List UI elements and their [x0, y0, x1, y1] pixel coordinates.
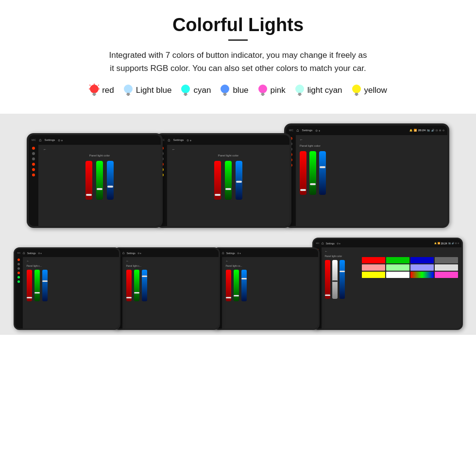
colors-row: red Light blue cyan [29, 84, 447, 97]
settings-label-7: Settings [326, 242, 335, 245]
svg-point-29 [352, 85, 361, 93]
lightblue-bulb-icon [123, 84, 134, 97]
screens-container: MIC ⌂ Settings ⚙ ♦ [0, 114, 476, 335]
svg-point-17 [221, 85, 229, 93]
svg-line-6 [98, 85, 99, 86]
panel-title-5: Panel light c... [126, 264, 215, 267]
lightcyan-bulb-icon [294, 84, 305, 97]
panel-title-6: Panel light co... [226, 264, 314, 267]
color-label-red: red [102, 86, 114, 95]
color-item-pink: pink [257, 84, 286, 97]
screen-6: MIC ⌂ Settings ⚙ ♦ [213, 247, 320, 330]
pink-bulb-icon [257, 84, 268, 97]
svg-rect-3 [93, 95, 95, 96]
color-item-lightblue: Light blue [123, 84, 172, 97]
panel-title-1: Panel light color [43, 154, 156, 157]
screen-5: MIC ⌂ Settings ⚙ ♦ [113, 247, 220, 330]
subtitle-text: Integrated with 7 colors of button indic… [29, 49, 447, 75]
color-item-red: red [89, 84, 114, 97]
svg-rect-20 [224, 95, 226, 96]
bottom-row-screens: MIC ⌂ Settings ⚙ ♦ [10, 238, 466, 330]
settings-label-3: Settings [302, 129, 313, 132]
svg-rect-24 [262, 95, 264, 96]
color-label-blue: blue [233, 86, 248, 95]
yellow-bulb-icon [351, 84, 362, 97]
color-label-lightblue: Light blue [136, 86, 172, 95]
panel-title-4: Panel light c... [27, 264, 115, 267]
color-label-cyan: cyan [193, 86, 211, 95]
settings-label-5: Settings [127, 252, 136, 255]
page-title: Colorful Lights [29, 15, 447, 35]
screen-4: MIC ⌂ Settings ⚙ ♦ [14, 247, 120, 330]
blue-bulb-icon [220, 84, 230, 97]
svg-rect-32 [356, 95, 357, 96]
svg-point-21 [258, 85, 267, 93]
settings-label-1: Settings [45, 138, 55, 141]
svg-point-25 [295, 85, 304, 93]
cyan-bulb-icon [180, 84, 191, 97]
svg-rect-16 [185, 95, 187, 96]
screen-2: MIC ⌂ Settings ⚙ ♦ [155, 133, 291, 228]
color-label-yellow: yellow [364, 86, 387, 95]
panel-title-7: Panel light color [325, 255, 359, 258]
color-label-lightcyan: light cyan [307, 86, 342, 95]
top-row-screens: MIC ⌂ Settings ⚙ ♦ [10, 123, 466, 228]
color-item-blue: blue [220, 84, 248, 97]
color-label-pink: pink [271, 86, 286, 95]
settings-label-4: Settings [27, 252, 36, 255]
settings-label-2: Settings [173, 138, 184, 141]
header-section: Colorful Lights Integrated with 7 colors… [0, 0, 476, 114]
svg-rect-12 [127, 95, 129, 96]
svg-point-0 [90, 85, 99, 93]
title-divider [228, 39, 248, 41]
screen-7: MIC ⌂ Settings ⚙ ♦ 🔔 📶 20:24 📷 🔊 ⊡ ⊙ [312, 238, 463, 330]
color-item-cyan: cyan [180, 84, 211, 97]
svg-point-13 [181, 85, 190, 93]
screen-3: MIC ⌂ Settings ⚙ ♦ 🔔 📶 20:24 📷 🔊 ⊡ ⊟ [284, 123, 449, 228]
settings-label-6: Settings [226, 252, 235, 255]
panel-title-3: Panel light color [300, 144, 437, 147]
svg-line-5 [90, 85, 91, 86]
red-bulb-icon [89, 84, 100, 97]
back-1: ← [43, 148, 156, 151]
color-item-yellow: yellow [351, 84, 387, 97]
color-item-lightcyan: light cyan [294, 84, 342, 97]
svg-rect-28 [299, 95, 301, 96]
svg-point-9 [124, 85, 133, 93]
panel-title-2: Panel light color [172, 154, 285, 157]
screen-1: MIC ⌂ Settings ⚙ ♦ [27, 133, 163, 228]
